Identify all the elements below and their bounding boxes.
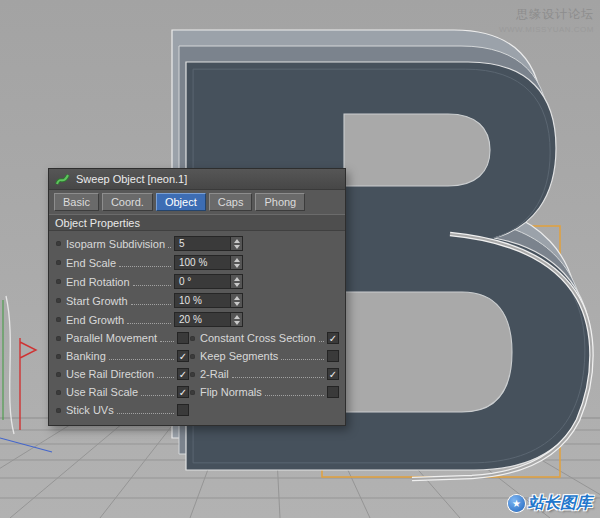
spinner-up-icon[interactable]: [234, 277, 240, 281]
keyframe-dot[interactable]: [56, 336, 61, 341]
end-rotation-input[interactable]: 0 °: [174, 274, 230, 289]
watermark-logo-text: 站长图库: [528, 493, 592, 514]
checkbox-row-4: Use Rail Scale ✓ Flip Normals: [55, 383, 339, 401]
checkbox-row-3: Use Rail Direction ✓ 2-Rail ✓: [55, 365, 339, 383]
dotted-leader: [160, 341, 174, 342]
spinner-up-icon[interactable]: [234, 258, 240, 262]
field-row-start-growth: Start Growth 10 %: [55, 291, 339, 310]
checkbox-label: Keep Segments: [200, 350, 278, 362]
panel-title: Sweep Object [neon.1]: [76, 173, 187, 185]
spinner-down-icon[interactable]: [234, 264, 240, 268]
viewport[interactable]: 思缘设计论坛 WWW.MISSYUAN.COM ★ 站长图库 Sweep Obj…: [0, 0, 600, 518]
section-header: Object Properties: [49, 214, 345, 231]
keyframe-dot[interactable]: [56, 241, 61, 246]
flip-normals-checkbox[interactable]: [327, 386, 339, 398]
axis-gizmo: [0, 296, 52, 452]
isoparm-subdivision-spinner[interactable]: [230, 236, 243, 251]
watermark-logo: ★ 站长图库: [508, 493, 592, 514]
keyframe-dot[interactable]: [56, 279, 61, 284]
field-row-end-scale: End Scale 100 %: [55, 253, 339, 272]
spinner-up-icon[interactable]: [234, 315, 240, 319]
start-growth-spinner[interactable]: [230, 293, 243, 308]
panel-titlebar[interactable]: Sweep Object [neon.1]: [49, 169, 345, 190]
tab-caps[interactable]: Caps: [209, 193, 253, 211]
keyframe-dot[interactable]: [56, 390, 61, 395]
end-rotation-spinner[interactable]: [230, 274, 243, 289]
tab-phong[interactable]: Phong: [255, 193, 305, 211]
checkbox-label: Use Rail Direction: [66, 368, 154, 380]
spinner-down-icon[interactable]: [234, 302, 240, 306]
checkbox-label: Stick UVs: [66, 404, 114, 416]
spinner-down-icon[interactable]: [234, 245, 240, 249]
use-rail-scale-checkbox[interactable]: ✓: [177, 386, 189, 398]
dotted-leader: [157, 377, 174, 378]
field-row-end-rotation: End Rotation 0 °: [55, 272, 339, 291]
keyframe-dot[interactable]: [56, 260, 61, 265]
checkbox-label: Constant Cross Section: [200, 332, 316, 344]
dotted-leader: [117, 413, 174, 414]
dotted-leader: [265, 395, 324, 396]
dotted-leader: [319, 341, 324, 342]
letter-b-lower-counter: [344, 292, 512, 412]
field-row-end-growth: End Growth 20 %: [55, 310, 339, 329]
keyframe-dot[interactable]: [56, 372, 61, 377]
tab-basic[interactable]: Basic: [54, 193, 99, 211]
checkbox-row-2: Banking ✓ Keep Segments: [55, 347, 339, 365]
watermark-site: 思缘设计论坛 WWW.MISSYUAN.COM: [499, 6, 594, 34]
end-scale-spinner[interactable]: [230, 255, 243, 270]
dotted-leader: [119, 266, 171, 267]
dotted-leader: [127, 323, 171, 324]
dotted-leader: [232, 377, 324, 378]
sweep-object-panel: Sweep Object [neon.1] Basic Coord. Objec…: [48, 168, 346, 426]
field-label: Isoparm Subdivision: [66, 238, 165, 250]
banking-checkbox[interactable]: ✓: [177, 350, 189, 362]
letter-b-upper-counter: [344, 114, 490, 186]
sweep-object-icon: [55, 172, 70, 187]
two-rail-checkbox[interactable]: ✓: [327, 368, 339, 380]
keyframe-dot[interactable]: [56, 354, 61, 359]
dotted-leader: [133, 285, 171, 286]
checkbox-label: Flip Normals: [200, 386, 262, 398]
keep-segments-checkbox[interactable]: [327, 350, 339, 362]
constant-cross-section-checkbox[interactable]: ✓: [327, 332, 339, 344]
spinner-down-icon[interactable]: [234, 283, 240, 287]
panel-rows: Isoparm Subdivision 5 End Scale 100 % En…: [49, 231, 345, 425]
spinner-up-icon[interactable]: [234, 239, 240, 243]
keyframe-dot[interactable]: [56, 298, 61, 303]
spinner-down-icon[interactable]: [234, 321, 240, 325]
watermark-site-url: WWW.MISSYUAN.COM: [499, 25, 594, 34]
checkbox-label: Parallel Movement: [66, 332, 157, 344]
dotted-leader: [168, 247, 171, 248]
end-growth-spinner[interactable]: [230, 312, 243, 327]
dotted-leader: [131, 304, 171, 305]
logo-star-icon: ★: [508, 495, 525, 512]
field-label: End Rotation: [66, 276, 130, 288]
spinner-up-icon[interactable]: [234, 296, 240, 300]
field-label: End Growth: [66, 314, 124, 326]
field-row-isoparm-subdivision: Isoparm Subdivision 5: [55, 234, 339, 253]
checkbox-label: Use Rail Scale: [66, 386, 138, 398]
checkbox-label: Banking: [66, 350, 106, 362]
watermark-site-name: 思缘设计论坛: [499, 6, 594, 23]
tab-coord[interactable]: Coord.: [102, 193, 153, 211]
checkbox-label: 2-Rail: [200, 368, 229, 380]
use-rail-direction-checkbox[interactable]: ✓: [177, 368, 189, 380]
start-growth-input[interactable]: 10 %: [174, 293, 230, 308]
keyframe-dot[interactable]: [56, 317, 61, 322]
end-growth-input[interactable]: 20 %: [174, 312, 230, 327]
keyframe-dot[interactable]: [56, 408, 61, 413]
parallel-movement-checkbox[interactable]: [177, 332, 189, 344]
panel-tabs: Basic Coord. Object Caps Phong: [49, 190, 345, 214]
keyframe-dot[interactable]: [190, 372, 195, 377]
end-scale-input[interactable]: 100 %: [174, 255, 230, 270]
keyframe-dot[interactable]: [190, 354, 195, 359]
dotted-leader: [109, 359, 174, 360]
keyframe-dot[interactable]: [190, 336, 195, 341]
tab-object[interactable]: Object: [156, 193, 206, 211]
checkbox-row-5: Stick UVs: [55, 401, 339, 419]
stick-uvs-checkbox[interactable]: [177, 404, 189, 416]
dotted-leader: [281, 359, 324, 360]
checkbox-row-1: Parallel Movement Constant Cross Section…: [55, 329, 339, 347]
keyframe-dot[interactable]: [190, 390, 195, 395]
isoparm-subdivision-input[interactable]: 5: [174, 236, 230, 251]
